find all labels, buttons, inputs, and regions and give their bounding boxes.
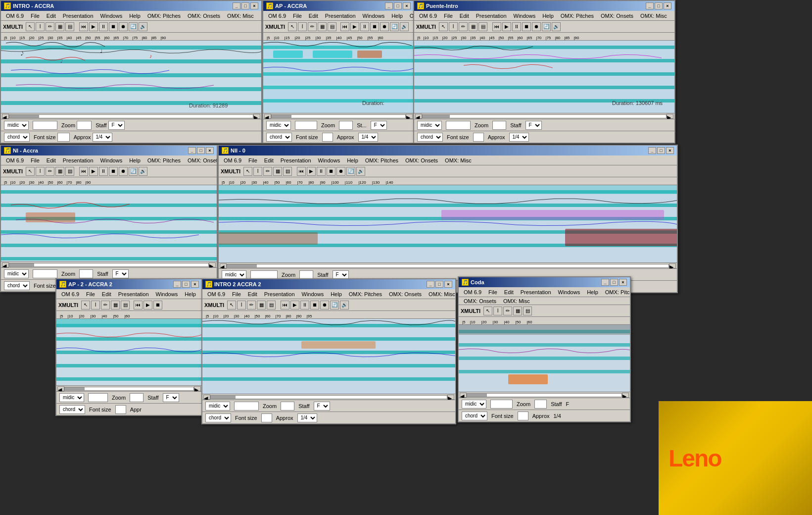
stop-button[interactable]: ⏹ [327, 167, 335, 176]
menu-edit[interactable]: Edit [44, 12, 59, 19]
menu-omx-onsets[interactable]: OMX: Onsets [386, 291, 425, 298]
window-controls[interactable]: _ □ × [648, 147, 674, 154]
loop-button[interactable]: 🔄 [330, 301, 339, 309]
maximize-button[interactable]: □ [610, 279, 618, 286]
speaker-button[interactable]: 🔊 [340, 301, 349, 309]
menu-presentation[interactable]: Presentation [115, 291, 152, 298]
minimize-button[interactable]: _ [385, 2, 393, 9]
text-tool[interactable]: I [237, 301, 246, 309]
menu-omx-pitches[interactable]: OMX: Pitches [346, 291, 385, 298]
close-button[interactable]: × [191, 281, 199, 288]
mode2-select[interactable]: chord [417, 133, 443, 142]
pen-tool[interactable]: ✏ [46, 167, 54, 176]
window-intro-accra[interactable]: 🎵 INTRO - ACCRA _ □ × OM 6.9 File Edit P… [0, 0, 262, 144]
menu-file[interactable]: File [28, 157, 43, 164]
grid2-tool[interactable]: ▤ [328, 22, 336, 31]
time-input[interactable] [33, 269, 57, 278]
menu-om[interactable]: OM 6.9 [3, 157, 27, 164]
rewind-button[interactable]: ⏮ [79, 22, 88, 31]
staff-select[interactable]: F [371, 121, 387, 130]
close-button[interactable]: × [664, 2, 671, 9]
menu-om[interactable]: OM 6.9 [265, 12, 289, 19]
fontsize-input[interactable]: 8 [261, 413, 272, 422]
score-area[interactable]: t: 1471 ms [459, 325, 630, 392]
window-controls[interactable]: _ □ × [385, 2, 411, 9]
menu-presentation[interactable]: Presentation [60, 12, 96, 19]
text-tool[interactable]: I [91, 301, 100, 309]
grid1-tool[interactable]: ▦ [257, 301, 266, 309]
arrow-tool[interactable]: ↖ [243, 167, 252, 176]
approx-select[interactable]: 1/4 [297, 413, 317, 422]
grid2-tool[interactable]: ▤ [65, 167, 74, 176]
rewind-button[interactable]: ⏮ [492, 22, 501, 31]
grid1-tool[interactable]: ▦ [55, 22, 64, 31]
menu-file[interactable]: File [290, 12, 305, 19]
window-puente-intro[interactable]: 🎵 Puente-Intro _ □ × OM 6.9 File Edit Pr… [413, 0, 675, 144]
scroll-bar[interactable]: ◀ ▶ [263, 113, 414, 119]
mode-select[interactable]: midic [4, 269, 29, 278]
scroll-track[interactable] [210, 395, 447, 399]
record-button[interactable]: ⏺ [320, 301, 329, 309]
mode-select[interactable]: midic [417, 121, 442, 130]
scroll-bar[interactable]: ◀ ▶ [459, 392, 630, 398]
menu-omx-misc[interactable]: OMX: Misc [224, 12, 257, 19]
text-tool[interactable]: I [298, 22, 307, 31]
menu-help[interactable]: Help [584, 289, 601, 296]
staff-select[interactable]: F [314, 402, 330, 411]
scroll-right[interactable]: ▶ [667, 114, 673, 119]
approx-select[interactable]: 1/4 [93, 133, 112, 142]
grid2-tool[interactable]: ▤ [523, 307, 532, 315]
loop-button[interactable]: 🔄 [390, 22, 399, 31]
grid2-tool[interactable]: ▤ [283, 167, 292, 176]
menu-omx-misc[interactable]: OMX: Misc [442, 157, 475, 164]
window-controls[interactable]: _ □ × [188, 147, 214, 154]
menu-help[interactable]: Help [344, 157, 361, 164]
zoom-input[interactable]: 17 [534, 400, 547, 409]
stop-button[interactable]: ⏹ [310, 301, 319, 309]
pause-button[interactable]: ⏸ [300, 301, 309, 309]
time-input[interactable] [490, 400, 513, 409]
scroll-left[interactable]: ◀ [203, 395, 210, 400]
window-controls[interactable]: _ □ × [233, 2, 258, 9]
staff-select[interactable]: F [112, 269, 129, 278]
minimize-button[interactable]: _ [173, 281, 181, 288]
menu-file[interactable]: File [485, 289, 500, 296]
play-button[interactable]: ▶ [89, 22, 98, 31]
menu-help[interactable]: Help [126, 12, 143, 19]
loop-button[interactable]: 🔄 [542, 22, 551, 31]
menu-edit[interactable]: Edit [245, 291, 260, 298]
menu-edit[interactable]: Edit [306, 12, 321, 19]
scroll-left[interactable]: ◀ [460, 393, 467, 398]
menu-edit[interactable]: Edit [501, 289, 517, 296]
time-input[interactable] [33, 121, 57, 130]
approx-select[interactable]: 1/4 [509, 133, 529, 142]
scroll-right[interactable]: ▶ [253, 114, 260, 119]
pen-tool[interactable]: ✏ [263, 167, 272, 176]
pause-button[interactable]: ⏸ [99, 22, 108, 31]
scroll-thumb[interactable] [423, 115, 450, 118]
window-controls[interactable]: _ □ × [427, 281, 452, 288]
record-button[interactable]: ⏺ [336, 167, 345, 176]
scroll-thumb[interactable] [65, 387, 85, 390]
menu-help[interactable]: Help [328, 291, 345, 298]
scroll-thumb[interactable] [211, 396, 236, 399]
mode-select[interactable]: midic [462, 400, 486, 409]
scroll-track[interactable] [9, 263, 209, 267]
scroll-track[interactable] [271, 114, 406, 118]
menu-omx-pitches[interactable]: OMX: Pitches [558, 12, 597, 19]
loop-button[interactable]: 🔄 [129, 167, 138, 176]
window-ni-accra[interactable]: 🎵 NI - Accra _ □ × OM 6.9 File Edit Pres… [0, 145, 218, 292]
arrow-tool[interactable]: ↖ [439, 22, 448, 31]
pen-tool[interactable]: ✏ [247, 301, 256, 309]
scroll-thumb[interactable] [9, 263, 34, 266]
scroll-bar[interactable]: ◀ ▶ [56, 385, 202, 391]
fontsize-input[interactable]: 8 [57, 133, 70, 142]
scroll-bar[interactable]: ◀ ▶ [414, 113, 674, 119]
pause-button[interactable]: ⏸ [99, 167, 108, 176]
scroll-left[interactable]: ◀ [220, 263, 227, 268]
rewind-button[interactable]: ⏮ [297, 167, 306, 176]
grid1-tool[interactable]: ▦ [273, 167, 282, 176]
scroll-right[interactable]: ▶ [669, 263, 676, 268]
mode-select[interactable]: midic [266, 121, 291, 130]
menu-presentation[interactable]: Presentation [261, 291, 298, 298]
